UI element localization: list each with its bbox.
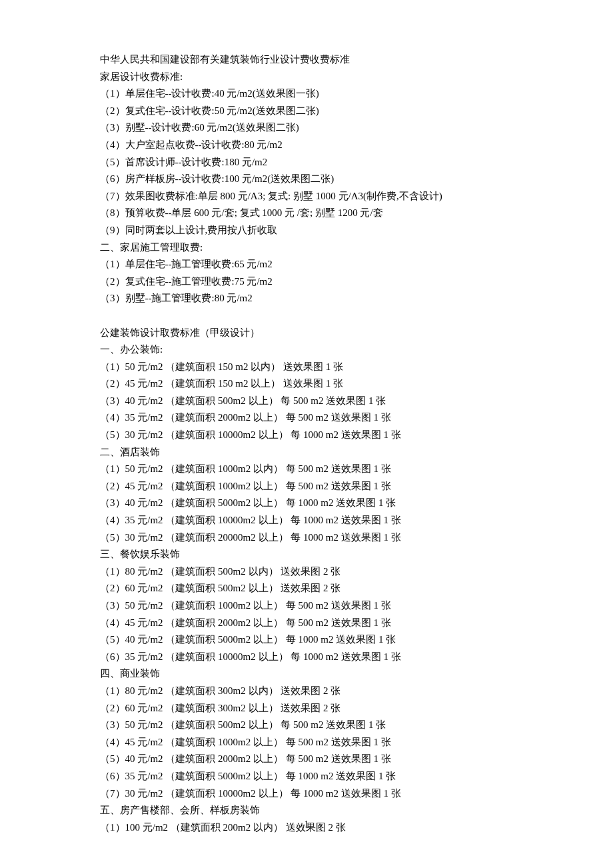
list-item: （5）30 元/m2 （建筑面积 20000m2 以上） 每 1000 m2 送…: [100, 529, 513, 547]
list-item: （4）35 元/m2 （建筑面积 10000m2 以上） 每 1000 m2 送…: [100, 512, 513, 529]
blank-line: [100, 307, 513, 325]
list-item: （6）35 元/m2 （建筑面积 5000m2 以上） 每 1000 m2 送效…: [100, 768, 513, 785]
list-item: （2）45 元/m2 （建筑面积 150 m2 以上） 送效果图 1 张: [100, 375, 513, 393]
list-item: （2）复式住宅--设计收费:50 元/m2(送效果图二张): [100, 103, 513, 120]
list-item: （4）35 元/m2 （建筑面积 2000m2 以上） 每 500 m2 送效果…: [100, 409, 513, 427]
list-item: （1）80 元/m2 （建筑面积 300m2 以内） 送效果图 2 张: [100, 683, 513, 700]
section-header: 二、家居施工管理取费:: [100, 239, 513, 257]
section-header: 家居设计收费标准:: [100, 69, 513, 86]
subsection-header: 二、酒店装饰: [100, 444, 513, 461]
list-item: （5）40 元/m2 （建筑面积 2000m2 以上） 每 500 m2 送效果…: [100, 751, 513, 768]
document-title: 中华人民共和国建设部有关建筑装饰行业设计费收费标准: [100, 51, 513, 69]
list-item: （1）80 元/m2 （建筑面积 500m2 以内） 送效果图 2 张: [100, 563, 513, 581]
list-item: （3）50 元/m2 （建筑面积 1000m2 以上） 每 500 m2 送效果…: [100, 597, 513, 615]
subsection-header: 一、办公装饰:: [100, 341, 513, 359]
document-page: 中华人民共和国建设部有关建筑装饰行业设计费收费标准 家居设计收费标准: （1）单…: [0, 0, 613, 868]
subsection-header: 三、餐饮娱乐装饰: [100, 546, 513, 563]
list-item: （6）35 元/m2 （建筑面积 10000m2 以上） 每 1000 m2 送…: [100, 649, 513, 666]
list-item: （7）30 元/m2 （建筑面积 10000m2 以上） 每 1000 m2 送…: [100, 785, 513, 803]
list-item: （3）40 元/m2 （建筑面积 5000m2 以上） 每 1000 m2 送效…: [100, 495, 513, 512]
list-item: （2）45 元/m2 （建筑面积 1000m2 以上） 每 500 m2 送效果…: [100, 478, 513, 495]
list-item: （2）60 元/m2 （建筑面积 500m2 以上） 送效果图 2 张: [100, 580, 513, 597]
list-item: （1）50 元/m2 （建筑面积 150 m2 以内） 送效果图 1 张: [100, 359, 513, 376]
list-item: （4）45 元/m2 （建筑面积 1000m2 以上） 每 500 m2 送效果…: [100, 734, 513, 751]
list-item: （3）别墅--施工管理收费:80 元/m2: [100, 290, 513, 307]
list-item: （3）50 元/m2 （建筑面积 500m2 以上） 每 500 m2 送效果图…: [100, 717, 513, 734]
list-item: （2）60 元/m2 （建筑面积 300m2 以上） 送效果图 2 张: [100, 700, 513, 717]
list-item: （4）大户室起点收费--设计收费:80 元/m2: [100, 137, 513, 154]
page-number: 1: [0, 816, 613, 833]
list-item: （1）单层住宅--设计收费:40 元/m2(送效果图一张): [100, 85, 513, 103]
list-item: （8）预算收费--单层 600 元/套; 复式 1000 元 /套; 别墅 12…: [100, 205, 513, 222]
section-header: 公建装饰设计取费标准（甲级设计）: [100, 325, 513, 342]
list-item: （3）40 元/m2 （建筑面积 500m2 以上） 每 500 m2 送效果图…: [100, 393, 513, 410]
list-item: （1）单层住宅--施工管理收费:65 元/m2: [100, 256, 513, 273]
subsection-header: 四、商业装饰: [100, 665, 513, 683]
list-item: （5）40 元/m2 （建筑面积 5000m2 以上） 每 1000 m2 送效…: [100, 631, 513, 649]
list-item: （9）同时两套以上设计,费用按八折收取: [100, 222, 513, 239]
list-item: （5）首席设计师--设计收费:180 元/m2: [100, 154, 513, 171]
list-item: （4）45 元/m2 （建筑面积 2000m2 以上） 每 500 m2 送效果…: [100, 615, 513, 632]
list-item: （2）复式住宅--施工管理收费:75 元/m2: [100, 273, 513, 291]
list-item: （7）效果图收费标准:单层 800 元/A3; 复式: 别墅 1000 元/A3…: [100, 188, 513, 205]
list-item: （6）房产样板房--设计收费:100 元/m2(送效果图二张): [100, 171, 513, 188]
list-item: （1）50 元/m2 （建筑面积 1000m2 以内） 每 500 m2 送效果…: [100, 461, 513, 478]
list-item: （3）别墅--设计收费:60 元/m2(送效果图二张): [100, 119, 513, 137]
list-item: （5）30 元/m2 （建筑面积 10000m2 以上） 每 1000 m2 送…: [100, 427, 513, 444]
